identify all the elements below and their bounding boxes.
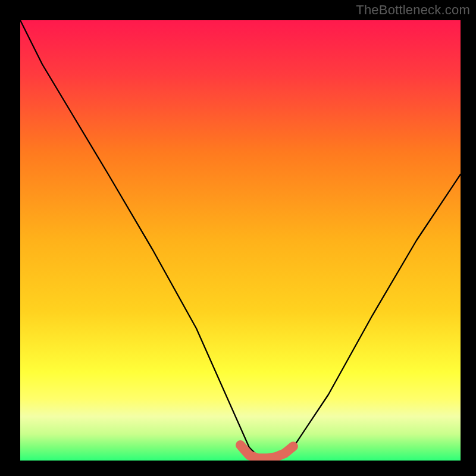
plot-area <box>20 20 461 461</box>
watermark-text: TheBottleneck.com <box>356 2 470 18</box>
chart-svg <box>20 20 461 461</box>
chart-stage: TheBottleneck.com <box>0 0 476 476</box>
gradient-background <box>20 20 461 461</box>
